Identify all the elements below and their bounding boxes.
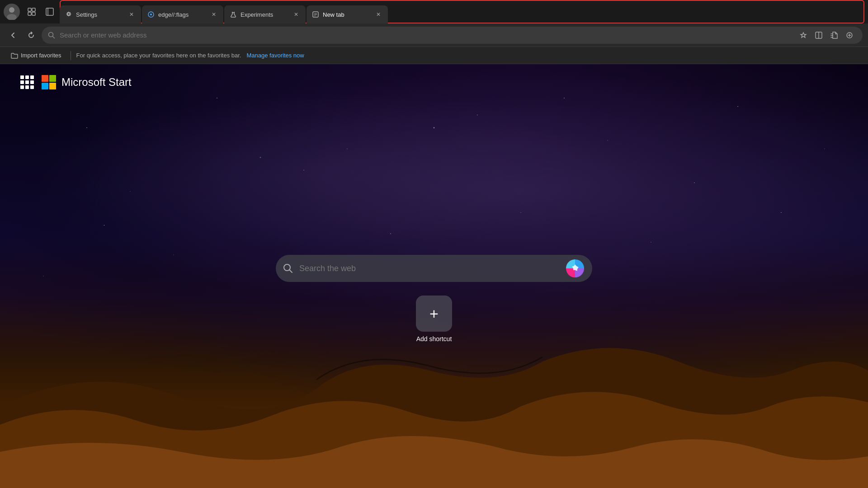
navigation-bar bbox=[0, 23, 868, 47]
svg-line-25 bbox=[290, 270, 292, 273]
ms-grid-icon bbox=[20, 75, 34, 89]
main-content: Microsoft Start bbox=[0, 64, 868, 488]
profile-button[interactable] bbox=[4, 4, 20, 20]
svg-point-9 bbox=[68, 13, 70, 15]
grid-dot bbox=[30, 80, 34, 84]
address-actions bbox=[797, 28, 856, 42]
add-shortcut-button[interactable]: + bbox=[416, 296, 452, 332]
experiments-tab-label: Experiments bbox=[241, 11, 288, 18]
grid-dot bbox=[20, 75, 24, 79]
flags-tab-close[interactable]: ✕ bbox=[210, 10, 218, 19]
back-button[interactable] bbox=[5, 28, 21, 43]
newtab-tab-label: New tab bbox=[323, 11, 371, 18]
copilot-icon bbox=[566, 259, 584, 277]
tabs-container: Settings ✕ edge//:flags ✕ bbox=[60, 0, 864, 23]
svg-point-1 bbox=[9, 7, 14, 13]
sidebar-toggle-button[interactable] bbox=[42, 4, 58, 20]
address-bar[interactable] bbox=[42, 27, 863, 44]
ms-logo-green bbox=[49, 75, 56, 82]
grid-dot bbox=[25, 85, 29, 89]
svg-line-18 bbox=[53, 36, 55, 38]
tab-experiments[interactable]: Experiments ✕ bbox=[224, 5, 306, 23]
add-shortcut-label: Add shortcut bbox=[416, 335, 452, 343]
svg-rect-4 bbox=[32, 8, 35, 11]
grid-dot bbox=[20, 80, 24, 84]
collections-button[interactable] bbox=[827, 28, 841, 42]
ms-logo-grid bbox=[42, 75, 56, 89]
svg-rect-3 bbox=[28, 8, 31, 11]
tab-flags[interactable]: edge//:flags ✕ bbox=[142, 5, 223, 23]
import-favorites-button[interactable]: Import favorites bbox=[7, 50, 65, 61]
svg-point-11 bbox=[150, 14, 152, 15]
web-search-input[interactable] bbox=[299, 264, 559, 273]
ms-start-header: Microsoft Start bbox=[0, 64, 868, 91]
newtab-tab-icon bbox=[312, 11, 319, 18]
split-view-button[interactable] bbox=[812, 28, 826, 42]
svg-rect-6 bbox=[32, 12, 35, 15]
tab-bar: Settings ✕ edge//:flags ✕ bbox=[0, 0, 868, 23]
grid-dot bbox=[25, 80, 29, 84]
grid-dot bbox=[20, 85, 24, 89]
search-bar-icon bbox=[283, 263, 293, 273]
favorites-divider bbox=[71, 51, 71, 60]
tab-picker-button[interactable] bbox=[24, 4, 40, 20]
flags-tab-label: edge//:flags bbox=[158, 11, 206, 18]
ms-logo-blue bbox=[42, 83, 48, 89]
ms-start-title: Microsoft Start bbox=[61, 76, 132, 89]
add-shortcut-plus-icon: + bbox=[429, 306, 439, 321]
address-input[interactable] bbox=[60, 31, 792, 39]
experiments-tab-icon bbox=[230, 11, 237, 18]
flags-tab-icon bbox=[147, 11, 155, 18]
add-tab-button[interactable] bbox=[843, 28, 856, 42]
settings-tab-label: Settings bbox=[76, 11, 124, 18]
new-tab-content: Microsoft Start bbox=[0, 64, 868, 488]
address-search-icon bbox=[48, 32, 55, 39]
shortcuts-row: + Add shortcut bbox=[416, 296, 452, 343]
ms-logo bbox=[42, 75, 56, 89]
tab-settings[interactable]: Settings ✕ bbox=[60, 5, 141, 23]
web-search-bar[interactable] bbox=[276, 255, 592, 282]
import-favorites-label: Import favorites bbox=[21, 52, 61, 59]
experiments-tab-close[interactable]: ✕ bbox=[292, 10, 300, 19]
settings-tab-icon bbox=[65, 11, 72, 18]
svg-rect-5 bbox=[28, 12, 31, 15]
grid-dot bbox=[30, 85, 34, 89]
ms-logo-red bbox=[42, 75, 48, 82]
svg-rect-7 bbox=[46, 8, 53, 15]
refresh-button[interactable] bbox=[24, 28, 39, 43]
tabs-list: Settings ✕ edge//:flags ✕ bbox=[60, 0, 864, 23]
settings-tab-close[interactable]: ✕ bbox=[127, 10, 136, 19]
copilot-button[interactable] bbox=[565, 258, 585, 278]
browser-chrome: Settings ✕ edge//:flags ✕ bbox=[0, 0, 868, 488]
grid-dot bbox=[30, 75, 34, 79]
favorite-button[interactable] bbox=[797, 28, 810, 42]
newtab-tab-close[interactable]: ✕ bbox=[374, 10, 382, 19]
ms-apps-grid-button[interactable] bbox=[18, 73, 36, 91]
manage-favorites-link[interactable]: Manage favorites now bbox=[247, 52, 304, 59]
ms-logo-yellow bbox=[49, 83, 56, 89]
search-section: + Add shortcut bbox=[276, 255, 592, 343]
folder-icon bbox=[11, 52, 18, 59]
favorites-hint-text: For quick access, place your favorites h… bbox=[76, 52, 241, 59]
favorites-bar: Import favorites For quick access, place… bbox=[0, 47, 868, 64]
grid-dot bbox=[25, 75, 29, 79]
tab-newtab[interactable]: New tab ✕ bbox=[307, 5, 388, 23]
